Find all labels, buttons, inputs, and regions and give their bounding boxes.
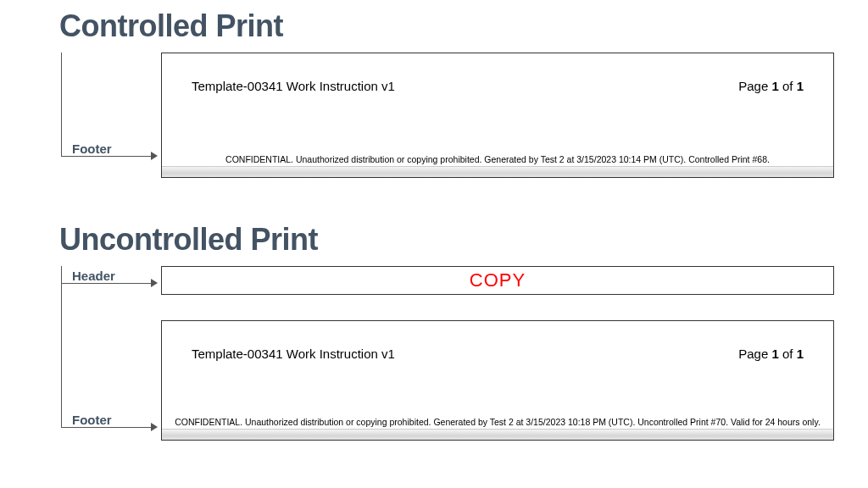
- uncontrolled-section: Header Footer COPY Template-00341 Work I…: [42, 266, 834, 444]
- uncontrolled-title: Uncontrolled Print: [59, 222, 834, 258]
- scrollbar-strip: [162, 166, 833, 177]
- uncontrolled-footer-label: Footer: [72, 413, 112, 427]
- arrow-right-icon: [151, 279, 158, 287]
- controlled-footer-box: Template-00341 Work Instruction v1 Page …: [161, 53, 834, 178]
- uncontrolled-page-number: Page 1 of 1: [738, 347, 804, 361]
- controlled-section: Footer Template-00341 Work Instruction v…: [42, 53, 834, 180]
- controlled-footer-label: Footer: [72, 141, 112, 156]
- copy-watermark: COPY: [470, 269, 526, 291]
- uncontrolled-doc-title: Template-00341 Work Instruction v1: [192, 347, 395, 361]
- arrow-right-icon: [151, 423, 158, 431]
- controlled-title: Controlled Print: [59, 8, 834, 44]
- uncontrolled-bracket: Header Footer: [42, 266, 153, 444]
- controlled-bracket: Footer: [42, 53, 153, 180]
- uncontrolled-footer-box: Template-00341 Work Instruction v1 Page …: [161, 320, 834, 441]
- arrow-right-icon: [151, 152, 158, 160]
- uncontrolled-confidential-text: CONFIDENTIAL. Unauthorized distribution …: [162, 413, 833, 429]
- controlled-page-number: Page 1 of 1: [738, 79, 804, 93]
- uncontrolled-header-box: COPY: [161, 266, 834, 295]
- uncontrolled-header-label: Header: [72, 269, 115, 283]
- controlled-confidential-text: CONFIDENTIAL. Unauthorized distribution …: [162, 151, 833, 166]
- scrollbar-strip: [162, 429, 833, 440]
- controlled-doc-title: Template-00341 Work Instruction v1: [192, 79, 395, 93]
